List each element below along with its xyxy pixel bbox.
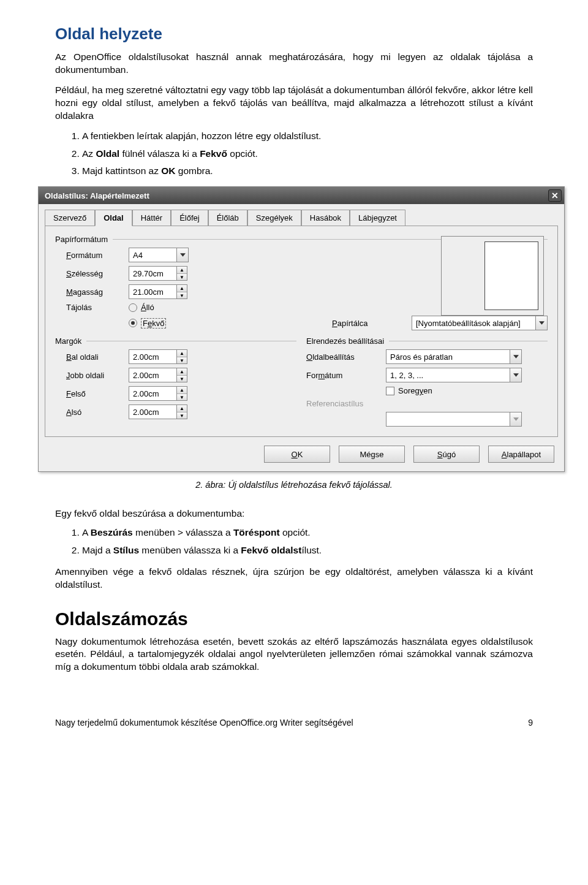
subhead: Egy fekvő oldal beszúrása a dokumentumba… <box>55 507 533 520</box>
help-button[interactable]: Súgó <box>413 446 480 463</box>
tab-background[interactable]: Háttér <box>132 210 171 226</box>
label-right-margin: Jobb oldali <box>55 371 129 380</box>
radio-landscape[interactable] <box>129 319 137 327</box>
section-2-title: Oldalszámozás <box>55 609 533 629</box>
label-orientation: Tájolás <box>55 303 129 312</box>
tab-borders[interactable]: Szegélyek <box>247 210 301 226</box>
tab-footnote[interactable]: Lábjegyzet <box>350 210 405 226</box>
spin-down-icon[interactable]: ▼ <box>177 273 187 281</box>
tab-header[interactable]: Élőfej <box>171 210 208 226</box>
spin-up-icon[interactable]: ▲ <box>177 267 187 273</box>
steps-list-1: A fentiekben leírtak alapján, hozzon lét… <box>55 130 533 178</box>
radio-portrait[interactable] <box>129 303 137 312</box>
number-format-select[interactable]: 1, 2, 3, ... <box>386 368 522 382</box>
label-format-numbers: Formátum <box>306 371 386 380</box>
bottom-margin-spinner[interactable]: 2.00cm ▲▼ <box>129 405 187 419</box>
label-bottom-margin: Alsó <box>55 408 129 417</box>
list-item: Majd kattintson az OK gombra. <box>82 165 533 178</box>
dialog-titlebar[interactable]: Oldalstílus: Alapértelmezett ✕ <box>39 187 564 204</box>
spin-up-icon[interactable]: ▲ <box>177 285 187 292</box>
group-paper-format: Papírformátum <box>55 235 111 244</box>
height-spinner[interactable]: 21.00cm ▲▼ <box>129 284 187 299</box>
paragraph-4: Nagy dokumentumok létrehozása esetén, be… <box>55 636 533 674</box>
footer-text: Nagy terjedelmű dokumentumok készítése O… <box>55 718 353 727</box>
top-margin-spinner[interactable]: 2.00cm ▲▼ <box>129 386 187 401</box>
group-margins: Margók <box>55 336 85 346</box>
page-preview <box>441 236 544 316</box>
paragraph-2: Például, ha meg szeretné változtatni egy… <box>55 84 533 123</box>
spin-up-icon[interactable]: ▲ <box>177 350 187 357</box>
radio-landscape-label: Fekvő <box>141 319 166 328</box>
register-true-checkbox[interactable] <box>386 387 394 395</box>
label-left-margin: Bal oldali <box>55 352 129 362</box>
page-layout-select[interactable]: Páros és páratlan <box>386 349 522 364</box>
cancel-button[interactable]: Mégse <box>339 446 405 463</box>
register-true-label: Soregyen <box>398 386 432 395</box>
tab-row: Szervező Oldal Háttér Élőfej Élőláb Szeg… <box>39 204 564 226</box>
paper-tray-select[interactable]: [Nyomtatóbeállítások alapján] <box>412 316 548 330</box>
list-item: A fentiekben leírtak alapján, hozzon lét… <box>82 130 533 143</box>
paragraph-3: Amennyiben vége a fekvő oldalas résznek,… <box>55 566 533 591</box>
ok-button[interactable]: OK <box>264 446 330 463</box>
label-paper-tray: Papírtálca <box>332 319 412 328</box>
spin-up-icon[interactable]: ▲ <box>177 368 187 375</box>
tab-columns[interactable]: Hasábok <box>301 210 350 226</box>
spin-down-icon[interactable]: ▼ <box>177 412 187 419</box>
spin-down-icon[interactable]: ▼ <box>177 393 187 401</box>
tab-footer[interactable]: Élőláb <box>208 210 247 226</box>
radio-portrait-label: Álló <box>141 303 154 312</box>
chevron-down-icon[interactable] <box>535 316 548 330</box>
figure-caption: 2. ábra: Új oldalstílus létrehozása fekv… <box>55 479 533 492</box>
list-item: A Beszúrás menüben > válassza a Töréspon… <box>82 526 533 539</box>
label-top-margin: Felső <box>55 389 129 398</box>
chevron-down-icon[interactable] <box>510 349 522 364</box>
chevron-down-icon <box>510 412 522 427</box>
dialog-title: Oldalstílus: Alapértelmezett <box>45 191 149 200</box>
group-layout: Elrendezés beállításai <box>306 336 388 346</box>
label-page-layout: Oldalbeállítás <box>306 352 386 362</box>
chevron-down-icon[interactable] <box>510 368 522 382</box>
dialog-screenshot: Oldalstílus: Alapértelmezett ✕ Szervező … <box>38 186 533 472</box>
width-spinner[interactable]: 29.70cm ▲▼ <box>129 266 187 281</box>
close-icon[interactable]: ✕ <box>548 189 562 202</box>
label-width: Szélesség <box>55 269 129 278</box>
format-select[interactable]: A4 <box>129 248 189 262</box>
list-item: Majd a Stílus menüben válassza ki a Fekv… <box>82 544 533 557</box>
spin-up-icon[interactable]: ▲ <box>177 387 187 393</box>
spin-down-icon[interactable]: ▼ <box>177 292 187 299</box>
section-title: Oldal helyzete <box>55 25 533 44</box>
label-height: Magasság <box>55 287 129 297</box>
left-margin-spinner[interactable]: 2.00cm ▲▼ <box>129 349 187 364</box>
list-item: Az Oldal fülnél válasza ki a Fekvő opció… <box>82 148 533 161</box>
label-format: Formátum <box>55 251 129 260</box>
steps-list-2: A Beszúrás menüben > válassza a Töréspon… <box>55 526 533 557</box>
tab-page[interactable]: Oldal <box>95 210 132 226</box>
spin-up-icon[interactable]: ▲ <box>177 405 187 412</box>
spin-down-icon[interactable]: ▼ <box>177 357 187 364</box>
page-number: 9 <box>528 718 533 727</box>
right-margin-spinner[interactable]: 2.00cm ▲▼ <box>129 368 187 382</box>
intro-paragraph: Az OpenOffice oldalstílusokat használ an… <box>55 51 533 77</box>
chevron-down-icon[interactable] <box>176 248 189 262</box>
tab-organizer[interactable]: Szervező <box>45 210 95 226</box>
reference-style-select <box>386 412 522 427</box>
spin-down-icon[interactable]: ▼ <box>177 375 187 382</box>
label-reference-style: Referenciastílus <box>306 399 386 408</box>
reset-button[interactable]: Alapállapot <box>488 446 554 463</box>
